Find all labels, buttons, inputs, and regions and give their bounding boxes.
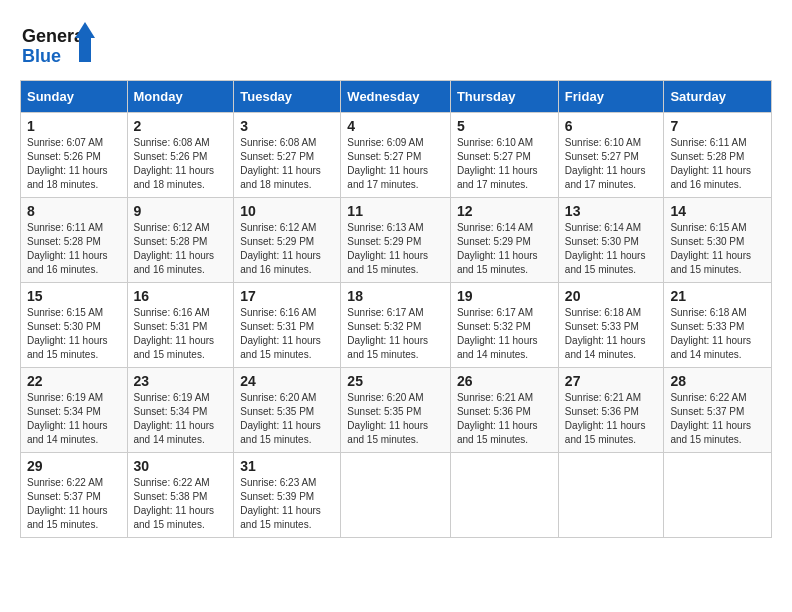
day-number: 17	[240, 288, 334, 304]
day-info: Sunrise: 6:14 AM Sunset: 5:29 PM Dayligh…	[457, 221, 552, 277]
calendar-cell	[341, 453, 451, 538]
calendar-cell: 22Sunrise: 6:19 AM Sunset: 5:34 PM Dayli…	[21, 368, 128, 453]
calendar-day-header: Monday	[127, 81, 234, 113]
calendar-cell: 2Sunrise: 6:08 AM Sunset: 5:26 PM Daylig…	[127, 113, 234, 198]
calendar-week-row: 1Sunrise: 6:07 AM Sunset: 5:26 PM Daylig…	[21, 113, 772, 198]
day-number: 26	[457, 373, 552, 389]
day-number: 16	[134, 288, 228, 304]
day-info: Sunrise: 6:08 AM Sunset: 5:26 PM Dayligh…	[134, 136, 228, 192]
day-info: Sunrise: 6:17 AM Sunset: 5:32 PM Dayligh…	[347, 306, 444, 362]
day-info: Sunrise: 6:18 AM Sunset: 5:33 PM Dayligh…	[670, 306, 765, 362]
calendar-cell: 1Sunrise: 6:07 AM Sunset: 5:26 PM Daylig…	[21, 113, 128, 198]
day-number: 12	[457, 203, 552, 219]
day-number: 5	[457, 118, 552, 134]
day-info: Sunrise: 6:18 AM Sunset: 5:33 PM Dayligh…	[565, 306, 658, 362]
day-number: 24	[240, 373, 334, 389]
day-info: Sunrise: 6:13 AM Sunset: 5:29 PM Dayligh…	[347, 221, 444, 277]
day-number: 18	[347, 288, 444, 304]
calendar-cell: 12Sunrise: 6:14 AM Sunset: 5:29 PM Dayli…	[450, 198, 558, 283]
calendar-cell: 24Sunrise: 6:20 AM Sunset: 5:35 PM Dayli…	[234, 368, 341, 453]
calendar-cell: 3Sunrise: 6:08 AM Sunset: 5:27 PM Daylig…	[234, 113, 341, 198]
calendar-cell: 15Sunrise: 6:15 AM Sunset: 5:30 PM Dayli…	[21, 283, 128, 368]
calendar-week-row: 15Sunrise: 6:15 AM Sunset: 5:30 PM Dayli…	[21, 283, 772, 368]
day-info: Sunrise: 6:20 AM Sunset: 5:35 PM Dayligh…	[240, 391, 334, 447]
day-info: Sunrise: 6:11 AM Sunset: 5:28 PM Dayligh…	[27, 221, 121, 277]
day-number: 30	[134, 458, 228, 474]
day-number: 20	[565, 288, 658, 304]
calendar-day-header: Thursday	[450, 81, 558, 113]
day-info: Sunrise: 6:08 AM Sunset: 5:27 PM Dayligh…	[240, 136, 334, 192]
day-number: 22	[27, 373, 121, 389]
day-info: Sunrise: 6:15 AM Sunset: 5:30 PM Dayligh…	[27, 306, 121, 362]
day-number: 28	[670, 373, 765, 389]
day-number: 3	[240, 118, 334, 134]
day-number: 14	[670, 203, 765, 219]
calendar-cell: 14Sunrise: 6:15 AM Sunset: 5:30 PM Dayli…	[664, 198, 772, 283]
day-number: 29	[27, 458, 121, 474]
calendar-cell: 13Sunrise: 6:14 AM Sunset: 5:30 PM Dayli…	[558, 198, 664, 283]
calendar-cell: 31Sunrise: 6:23 AM Sunset: 5:39 PM Dayli…	[234, 453, 341, 538]
day-number: 15	[27, 288, 121, 304]
calendar-day-header: Friday	[558, 81, 664, 113]
calendar-week-row: 29Sunrise: 6:22 AM Sunset: 5:37 PM Dayli…	[21, 453, 772, 538]
day-info: Sunrise: 6:14 AM Sunset: 5:30 PM Dayligh…	[565, 221, 658, 277]
calendar-day-header: Saturday	[664, 81, 772, 113]
day-info: Sunrise: 6:09 AM Sunset: 5:27 PM Dayligh…	[347, 136, 444, 192]
day-info: Sunrise: 6:20 AM Sunset: 5:35 PM Dayligh…	[347, 391, 444, 447]
day-info: Sunrise: 6:17 AM Sunset: 5:32 PM Dayligh…	[457, 306, 552, 362]
calendar-cell: 20Sunrise: 6:18 AM Sunset: 5:33 PM Dayli…	[558, 283, 664, 368]
day-number: 2	[134, 118, 228, 134]
logo-icon: GeneralBlue	[20, 20, 100, 70]
logo: GeneralBlue	[20, 20, 100, 70]
day-info: Sunrise: 6:21 AM Sunset: 5:36 PM Dayligh…	[565, 391, 658, 447]
calendar-day-header: Wednesday	[341, 81, 451, 113]
day-info: Sunrise: 6:22 AM Sunset: 5:38 PM Dayligh…	[134, 476, 228, 532]
day-info: Sunrise: 6:21 AM Sunset: 5:36 PM Dayligh…	[457, 391, 552, 447]
calendar-day-header: Tuesday	[234, 81, 341, 113]
calendar-cell: 19Sunrise: 6:17 AM Sunset: 5:32 PM Dayli…	[450, 283, 558, 368]
svg-text:Blue: Blue	[22, 46, 61, 66]
day-number: 31	[240, 458, 334, 474]
day-info: Sunrise: 6:16 AM Sunset: 5:31 PM Dayligh…	[240, 306, 334, 362]
calendar-cell: 27Sunrise: 6:21 AM Sunset: 5:36 PM Dayli…	[558, 368, 664, 453]
calendar-cell: 11Sunrise: 6:13 AM Sunset: 5:29 PM Dayli…	[341, 198, 451, 283]
day-info: Sunrise: 6:11 AM Sunset: 5:28 PM Dayligh…	[670, 136, 765, 192]
day-info: Sunrise: 6:19 AM Sunset: 5:34 PM Dayligh…	[134, 391, 228, 447]
calendar-cell: 4Sunrise: 6:09 AM Sunset: 5:27 PM Daylig…	[341, 113, 451, 198]
calendar-cell: 10Sunrise: 6:12 AM Sunset: 5:29 PM Dayli…	[234, 198, 341, 283]
day-number: 9	[134, 203, 228, 219]
calendar-cell: 21Sunrise: 6:18 AM Sunset: 5:33 PM Dayli…	[664, 283, 772, 368]
day-info: Sunrise: 6:12 AM Sunset: 5:28 PM Dayligh…	[134, 221, 228, 277]
calendar-cell: 28Sunrise: 6:22 AM Sunset: 5:37 PM Dayli…	[664, 368, 772, 453]
day-number: 27	[565, 373, 658, 389]
calendar-table: SundayMondayTuesdayWednesdayThursdayFrid…	[20, 80, 772, 538]
day-number: 6	[565, 118, 658, 134]
day-number: 7	[670, 118, 765, 134]
day-number: 11	[347, 203, 444, 219]
calendar-cell	[664, 453, 772, 538]
calendar-cell: 18Sunrise: 6:17 AM Sunset: 5:32 PM Dayli…	[341, 283, 451, 368]
day-info: Sunrise: 6:16 AM Sunset: 5:31 PM Dayligh…	[134, 306, 228, 362]
calendar-cell	[450, 453, 558, 538]
day-info: Sunrise: 6:22 AM Sunset: 5:37 PM Dayligh…	[27, 476, 121, 532]
day-number: 23	[134, 373, 228, 389]
calendar-cell	[558, 453, 664, 538]
calendar-cell: 25Sunrise: 6:20 AM Sunset: 5:35 PM Dayli…	[341, 368, 451, 453]
calendar-cell: 5Sunrise: 6:10 AM Sunset: 5:27 PM Daylig…	[450, 113, 558, 198]
calendar-cell: 16Sunrise: 6:16 AM Sunset: 5:31 PM Dayli…	[127, 283, 234, 368]
calendar-day-header: Sunday	[21, 81, 128, 113]
calendar-cell: 6Sunrise: 6:10 AM Sunset: 5:27 PM Daylig…	[558, 113, 664, 198]
day-number: 8	[27, 203, 121, 219]
calendar-cell: 26Sunrise: 6:21 AM Sunset: 5:36 PM Dayli…	[450, 368, 558, 453]
day-info: Sunrise: 6:10 AM Sunset: 5:27 PM Dayligh…	[457, 136, 552, 192]
calendar-week-row: 22Sunrise: 6:19 AM Sunset: 5:34 PM Dayli…	[21, 368, 772, 453]
calendar-cell: 9Sunrise: 6:12 AM Sunset: 5:28 PM Daylig…	[127, 198, 234, 283]
calendar-cell: 8Sunrise: 6:11 AM Sunset: 5:28 PM Daylig…	[21, 198, 128, 283]
day-info: Sunrise: 6:22 AM Sunset: 5:37 PM Dayligh…	[670, 391, 765, 447]
page-header: GeneralBlue	[20, 20, 772, 70]
day-number: 19	[457, 288, 552, 304]
day-info: Sunrise: 6:23 AM Sunset: 5:39 PM Dayligh…	[240, 476, 334, 532]
calendar-header-row: SundayMondayTuesdayWednesdayThursdayFrid…	[21, 81, 772, 113]
calendar-week-row: 8Sunrise: 6:11 AM Sunset: 5:28 PM Daylig…	[21, 198, 772, 283]
day-number: 21	[670, 288, 765, 304]
